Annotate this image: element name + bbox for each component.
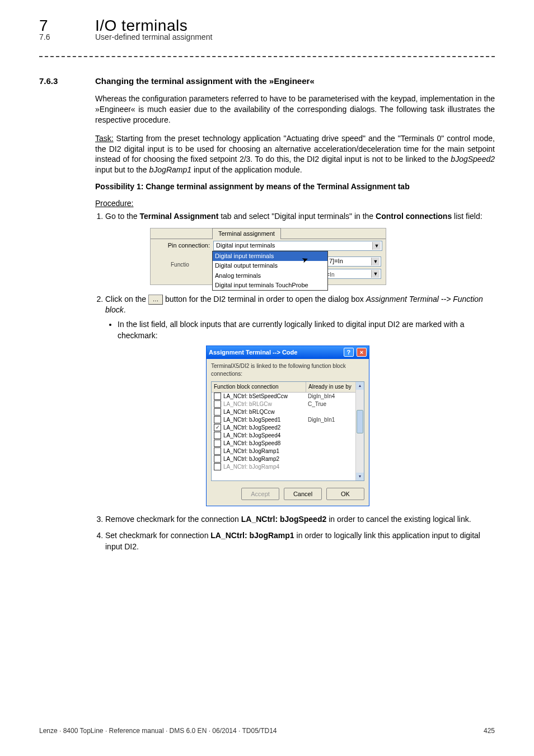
subsection-title: Changing the terminal assignment with th… xyxy=(95,76,315,86)
step1-bold-2: Control connections xyxy=(376,212,452,221)
task-label: Task: xyxy=(95,134,114,143)
section-title: User-defined terminal assignment xyxy=(95,32,212,41)
droplist-item[interactable]: Analog terminals xyxy=(213,271,327,281)
section-number: 7.6 xyxy=(39,32,95,41)
list-item[interactable]: LA_NCtrl: bJogRamp4 xyxy=(212,463,364,471)
list-header-1[interactable]: Function block connection xyxy=(212,382,306,392)
list-item-name: LA_NCtrl: bJogSpeed1 xyxy=(223,416,280,424)
screenshot-assignment-dialog: Assignment Terminal --> Code ? × Termina… xyxy=(206,346,369,506)
task-text-2: input but to the xyxy=(95,165,149,174)
list-item-name: LA_NCtrl: bRLQCcw xyxy=(223,408,275,416)
pin-connection-droplist[interactable]: Digital input terminals Digital output t… xyxy=(212,251,328,291)
checkbox[interactable] xyxy=(214,455,221,463)
scroll-up-icon[interactable]: ▴ xyxy=(356,382,364,390)
ellipsis-button[interactable]: … xyxy=(148,295,163,305)
divider xyxy=(39,56,495,57)
list-item-name: LA_NCtrl: bJogRamp2 xyxy=(223,455,279,463)
scrollbar[interactable]: ▴ ▾ xyxy=(355,382,364,480)
step2-text-c: . xyxy=(124,305,126,314)
scroll-thumb[interactable] xyxy=(357,410,363,433)
combo-value: Digital input terminals xyxy=(216,241,275,250)
dialog-titlebar: Assignment Terminal --> Code ? × xyxy=(207,346,369,358)
checkbox[interactable]: ✓ xyxy=(214,424,221,431)
close-icon[interactable]: × xyxy=(357,348,367,357)
accept-button[interactable]: Accept xyxy=(241,488,279,500)
footer-left: Lenze · 8400 TopLine · Reference manual … xyxy=(39,727,277,735)
list-item-name: LA_NCtrl: bJogSpeed2 xyxy=(223,424,280,432)
functio-label: Functio xyxy=(171,261,189,269)
cancel-button[interactable]: Cancel xyxy=(284,488,322,500)
list-item[interactable]: LA_NCtrl: bJogRamp1 xyxy=(212,447,364,455)
step4-text-a: Set checkmark for connection xyxy=(105,531,210,540)
screenshot-terminal-assignment: Terminal assignment Pin connection: Digi… xyxy=(150,228,386,285)
checkbox[interactable] xyxy=(214,440,221,447)
scroll-down-icon[interactable]: ▾ xyxy=(356,473,364,480)
subsection-number: 7.6.3 xyxy=(39,76,95,86)
task-italic-2: bJogRamp1 xyxy=(149,165,192,174)
checkbox[interactable] xyxy=(214,400,221,408)
droplist-item[interactable]: Digital input terminals xyxy=(213,251,327,261)
help-icon[interactable]: ? xyxy=(344,348,354,357)
checkbox[interactable] xyxy=(214,393,221,400)
checkbox[interactable] xyxy=(214,432,221,439)
list-item-name: LA_NCtrl: bSetSpeedCcw xyxy=(223,393,288,400)
step2-bullet: In the list field, all block inputs that… xyxy=(118,319,495,341)
step3-bold: LA_NCtrl: bJogSpeed2 xyxy=(241,515,326,524)
step-2: Click on the … button for the DI2 termin… xyxy=(105,294,495,506)
droplist-item[interactable]: Digital input terminals TouchProbe xyxy=(213,281,327,290)
list-item-name: LA_NCtrl: bJogRamp4 xyxy=(223,463,279,471)
task-text-3: input of the application module. xyxy=(191,165,302,174)
intro-paragraph: Whereas the configuration parameters ref… xyxy=(95,94,495,125)
right-combo-1[interactable]: 7]=In ▼ xyxy=(326,256,381,267)
checkbox[interactable] xyxy=(214,416,221,423)
list-item[interactable]: ✓LA_NCtrl: bJogSpeed2 xyxy=(212,424,364,432)
possibility-heading: Possibility 1: Change terminal assignmen… xyxy=(95,182,495,191)
list-item[interactable]: LA_NCtrl: bSetSpeedCcwDigIn_bIn4 xyxy=(212,393,364,400)
step-3: Remove checkmark for the connection LA_N… xyxy=(105,514,495,525)
footer-page-number: 425 xyxy=(484,727,495,735)
list-item-name: LA_NCtrl: bJogRamp1 xyxy=(223,447,279,455)
checkbox[interactable] xyxy=(214,408,221,416)
task-italic-1: bJogSpeed2 xyxy=(451,155,495,164)
list-item-name: LA_NCtrl: bRLGCw xyxy=(223,400,272,408)
list-item[interactable]: LA_NCtrl: bJogSpeed4 xyxy=(212,432,364,440)
step-4: Set checkmark for connection LA_NCtrl: b… xyxy=(105,530,495,552)
chevron-down-icon[interactable]: ▼ xyxy=(371,270,380,278)
list-item[interactable]: LA_NCtrl: bRLGCwC_True xyxy=(212,400,364,408)
task-paragraph: Task: Starting from the preset technolog… xyxy=(95,133,495,176)
step3-text-a: Remove checkmark for the connection xyxy=(105,515,241,524)
list-item[interactable]: LA_NCtrl: bRLQCcw xyxy=(212,408,364,416)
list-item[interactable]: LA_NCtrl: bJogRamp2 xyxy=(212,455,364,463)
droplist-item[interactable]: Digital output terminals xyxy=(213,261,327,270)
chevron-down-icon[interactable]: ▼ xyxy=(371,258,380,265)
step4-bold: LA_NCtrl: bJogRamp1 xyxy=(210,531,294,540)
step2-text-b: button for the DI2 terminal in order to … xyxy=(165,295,366,304)
dialog-listarea: Function block connection Already in use… xyxy=(211,381,364,481)
ok-button[interactable]: OK xyxy=(326,488,364,500)
step1-bold-1: Terminal Assignment xyxy=(139,212,218,221)
list-item-name: LA_NCtrl: bJogSpeed4 xyxy=(223,432,280,440)
checkbox[interactable] xyxy=(214,463,221,470)
step1-text-e: list field: xyxy=(452,212,482,221)
list-item-name: LA_NCtrl: bJogSpeed8 xyxy=(223,440,280,447)
tab-terminal-assignment[interactable]: Terminal assignment xyxy=(212,228,281,239)
pin-connection-label: Pin connection: xyxy=(154,241,213,250)
list-item[interactable]: LA_NCtrl: bJogSpeed8 xyxy=(212,440,364,447)
list-item[interactable]: LA_NCtrl: bJogSpeed1DigIn_bIn1 xyxy=(212,416,364,424)
step2-text-a: Click on the xyxy=(105,295,148,304)
dialog-title: Assignment Terminal --> Code xyxy=(209,348,297,357)
right-combo-2[interactable]: ▼ xyxy=(326,269,381,279)
procedure-label: Procedure: xyxy=(95,199,495,208)
step1-text-c: tab and select "Digital input terminals"… xyxy=(218,212,376,221)
step1-text-a: Go to the xyxy=(105,212,139,221)
checkbox[interactable] xyxy=(214,447,221,455)
task-text-1: Starting from the preset technology appl… xyxy=(95,134,495,164)
pin-connection-combo[interactable]: Digital input terminals ▼ xyxy=(213,241,382,251)
step3-text-b: in order to cancel the existing logical … xyxy=(326,515,471,524)
step-1: Go to the Terminal Assignment tab and se… xyxy=(105,211,495,285)
right-combo-1-value: 7]=In xyxy=(329,257,343,265)
dialog-linked-text: TerminalX5/DI2 is linked to the followin… xyxy=(207,359,369,379)
chevron-down-icon[interactable]: ▼ xyxy=(372,242,381,250)
